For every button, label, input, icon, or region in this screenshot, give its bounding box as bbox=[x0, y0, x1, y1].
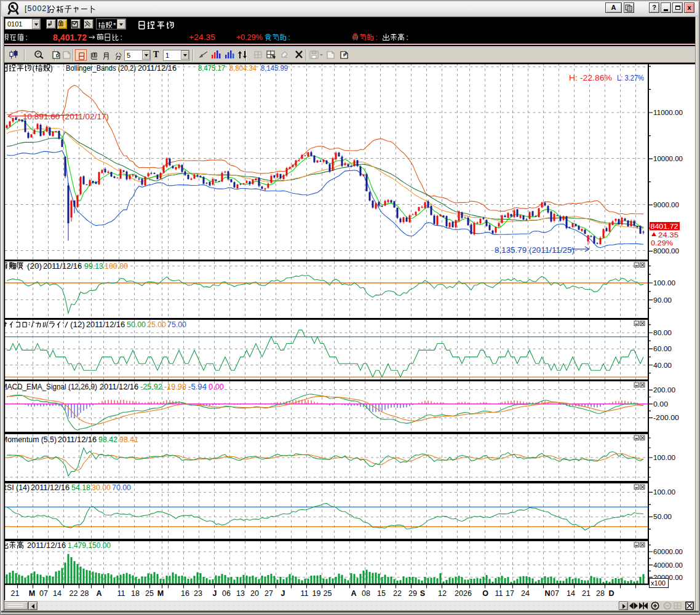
svg-text:20: 20 bbox=[250, 589, 259, 598]
svg-text:A: A bbox=[96, 589, 101, 598]
svg-text:P: P bbox=[343, 52, 346, 58]
svg-text:80.00: 80.00 bbox=[653, 329, 672, 336]
svg-text:11: 11 bbox=[301, 589, 309, 598]
svg-text:(: ( bbox=[32, 64, 35, 73]
svg-text:27: 27 bbox=[264, 589, 273, 598]
svg-text:23: 23 bbox=[194, 589, 202, 598]
svg-text:26: 26 bbox=[463, 589, 472, 598]
svg-text:(20): (20) bbox=[27, 262, 42, 271]
svg-text:17: 17 bbox=[506, 589, 514, 598]
svg-text:99.13: 99.13 bbox=[84, 262, 103, 271]
svg-text:90.00: 90.00 bbox=[653, 296, 672, 304]
svg-text:07: 07 bbox=[39, 589, 48, 598]
svg-text:20: 20 bbox=[455, 589, 463, 598]
svg-text:-25.92: -25.92 bbox=[140, 383, 162, 391]
svg-text:100.00: 100.00 bbox=[105, 262, 128, 271]
svg-text:L: 3.27%: L: 3.27% bbox=[617, 74, 644, 82]
svg-text:20000.00: 20000.00 bbox=[653, 574, 683, 581]
svg-text:J: J bbox=[281, 589, 285, 598]
svg-text:22: 22 bbox=[70, 589, 78, 598]
svg-text:50.00: 50.00 bbox=[653, 513, 672, 520]
svg-text:A: A bbox=[351, 589, 356, 598]
svg-text:06: 06 bbox=[222, 589, 231, 598]
svg-text:08: 08 bbox=[362, 589, 370, 598]
svg-text:8,135.79 (2011/11/25): 8,135.79 (2011/11/25) bbox=[495, 245, 575, 255]
svg-text:D: D bbox=[56, 54, 59, 58]
svg-text:60000.00: 60000.00 bbox=[653, 548, 683, 555]
svg-text:24: 24 bbox=[521, 589, 530, 598]
svg-text:N: N bbox=[544, 589, 550, 598]
svg-text:25.00: 25.00 bbox=[147, 320, 166, 329]
svg-text:-5.94: -5.94 bbox=[188, 383, 207, 391]
svg-text:0.00: 0.00 bbox=[653, 400, 668, 408]
svg-text:29: 29 bbox=[408, 589, 417, 598]
svg-text:(12): (12) bbox=[70, 320, 85, 329]
svg-text:0.00: 0.00 bbox=[209, 383, 224, 391]
svg-text:16: 16 bbox=[181, 589, 189, 598]
svg-text:2011/12/16: 2011/12/16 bbox=[43, 262, 82, 271]
svg-text:28: 28 bbox=[81, 589, 89, 598]
svg-text:1,479,150.00: 1,479,150.00 bbox=[68, 541, 111, 550]
svg-text:100.00: 100.00 bbox=[653, 279, 675, 287]
svg-text:): ) bbox=[50, 64, 53, 73]
svg-text:S: S bbox=[420, 589, 425, 598]
svg-text:2011/12/16: 2011/12/16 bbox=[27, 541, 66, 550]
svg-text:24.35: 24.35 bbox=[658, 231, 678, 239]
svg-text:MACD_EMA_Signal (12,26,9): MACD_EMA_Signal (12,26,9) bbox=[1, 383, 97, 391]
svg-text:8,145.99: 8,145.99 bbox=[261, 64, 288, 73]
svg-text:22: 22 bbox=[393, 589, 402, 598]
svg-text:28: 28 bbox=[596, 589, 605, 598]
svg-text:70.00: 70.00 bbox=[112, 483, 131, 492]
svg-text:8401.72: 8401.72 bbox=[651, 223, 678, 230]
svg-text:M: M bbox=[29, 589, 35, 598]
svg-text:11: 11 bbox=[495, 589, 503, 598]
svg-text:D: D bbox=[608, 589, 614, 598]
svg-text:2011/12/16: 2011/12/16 bbox=[100, 383, 138, 391]
svg-text:98.41: 98.41 bbox=[119, 435, 138, 444]
svg-text:H: -22.86%: H: -22.86% bbox=[569, 74, 612, 82]
svg-text:98.42: 98.42 bbox=[98, 435, 117, 444]
svg-text:11000.00: 11000.00 bbox=[653, 109, 683, 116]
svg-text:x100: x100 bbox=[651, 579, 666, 587]
svg-text:18: 18 bbox=[131, 589, 140, 598]
svg-text:100.00: 100.00 bbox=[653, 488, 675, 496]
svg-text:30.00: 30.00 bbox=[92, 483, 111, 492]
svg-text:10000.00: 10000.00 bbox=[653, 155, 683, 162]
svg-text:21: 21 bbox=[582, 589, 591, 598]
svg-text:40000.00: 40000.00 bbox=[653, 561, 683, 569]
svg-text:54.18: 54.18 bbox=[71, 483, 90, 492]
svg-text:2011/12/16: 2011/12/16 bbox=[58, 435, 97, 444]
svg-text:25: 25 bbox=[324, 589, 332, 598]
svg-text:07: 07 bbox=[551, 589, 559, 598]
svg-text:50.00: 50.00 bbox=[127, 320, 146, 329]
svg-text:14: 14 bbox=[53, 589, 62, 598]
svg-text:40.00: 40.00 bbox=[653, 362, 672, 369]
svg-text:100.00: 100.00 bbox=[653, 454, 675, 461]
svg-text:8,475.17: 8,475.17 bbox=[198, 64, 225, 73]
svg-text:2011/12/16: 2011/12/16 bbox=[138, 64, 177, 73]
svg-text:9000.00: 9000.00 bbox=[653, 201, 679, 208]
svg-text:10,891.60 (2011/02/17): 10,891.60 (2011/02/17) bbox=[23, 112, 109, 121]
svg-text:25: 25 bbox=[145, 589, 154, 598]
svg-text:75.00: 75.00 bbox=[167, 320, 186, 329]
svg-text:RSI (14): RSI (14) bbox=[1, 483, 30, 492]
svg-text:-19.98: -19.98 bbox=[164, 383, 186, 391]
svg-text:13: 13 bbox=[236, 589, 245, 598]
svg-text:J: J bbox=[213, 589, 217, 598]
svg-text:O: O bbox=[482, 589, 488, 598]
svg-text:14: 14 bbox=[567, 589, 575, 598]
svg-text:11: 11 bbox=[117, 589, 125, 598]
svg-text:Bollinger_Bands (20,2): Bollinger_Bands (20,2) bbox=[66, 64, 136, 73]
svg-text:200.00: 200.00 bbox=[653, 386, 675, 394]
svg-text:2011/12/16: 2011/12/16 bbox=[86, 320, 125, 329]
svg-text:M: M bbox=[157, 589, 164, 598]
svg-text:Momentum (5,5): Momentum (5,5) bbox=[1, 435, 57, 444]
svg-text:15: 15 bbox=[377, 589, 386, 598]
svg-text:0.29%: 0.29% bbox=[651, 239, 673, 247]
svg-text:12: 12 bbox=[438, 589, 447, 598]
svg-text:60.00: 60.00 bbox=[653, 345, 672, 352]
svg-text:8,804.34: 8,804.34 bbox=[229, 64, 257, 73]
svg-text:-200.00: -200.00 bbox=[653, 414, 679, 421]
svg-text:21: 21 bbox=[11, 589, 20, 598]
svg-text:19: 19 bbox=[312, 589, 321, 598]
